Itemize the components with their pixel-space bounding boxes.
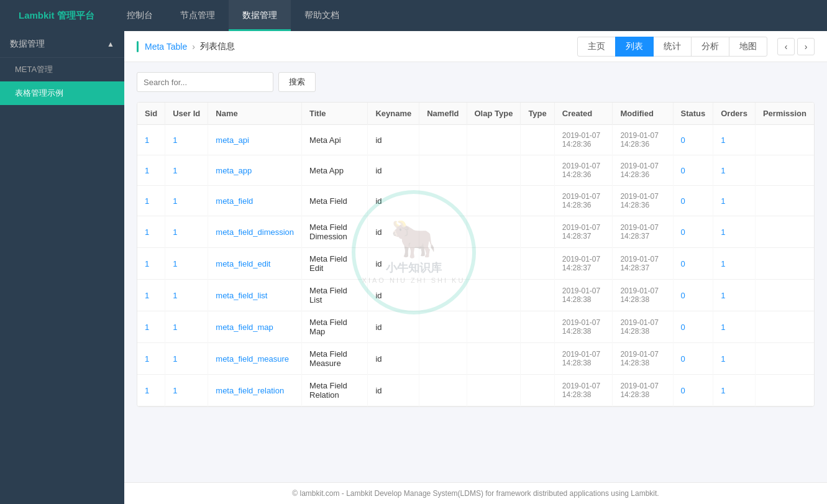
status-link[interactable]: 0 (681, 354, 685, 364)
sid-link[interactable]: 1 (145, 227, 149, 237)
table-row: 1 1 meta_field_measure Meta Field Measur… (137, 343, 814, 375)
col-header-sid: Sid (137, 103, 165, 125)
status-link[interactable]: 0 (681, 196, 685, 206)
userid-link[interactable]: 1 (173, 135, 177, 145)
cell-orders: 1 (713, 186, 756, 216)
cell-permission (755, 186, 814, 216)
tab-map[interactable]: 地图 (729, 37, 767, 57)
name-link[interactable]: meta_field_edit (216, 259, 270, 268)
tab-home[interactable]: 主页 (577, 37, 616, 57)
cell-sid: 1 (137, 375, 165, 406)
sid-link[interactable]: 1 (145, 354, 149, 364)
sid-link[interactable]: 1 (145, 166, 149, 175)
cell-name: meta_field_measure (208, 343, 302, 375)
sid-link[interactable]: 1 (145, 196, 149, 206)
userid-link[interactable]: 1 (173, 291, 177, 300)
status-link[interactable]: 0 (681, 135, 685, 145)
next-page-button[interactable]: › (797, 38, 815, 55)
status-link[interactable]: 0 (681, 166, 685, 175)
name-link[interactable]: meta_field_relation (216, 386, 284, 395)
userid-link[interactable]: 1 (173, 227, 177, 237)
orders-link[interactable]: 1 (721, 196, 725, 206)
nav-item-data[interactable]: 数据管理 (229, 0, 291, 31)
nav-item-dashboard[interactable]: 控制台 (113, 0, 167, 31)
nav-item-nodes[interactable]: 节点管理 (167, 0, 229, 31)
status-link[interactable]: 0 (681, 323, 685, 332)
name-link[interactable]: meta_field_map (216, 323, 273, 332)
cell-olaptype (467, 216, 521, 248)
userid-link[interactable]: 1 (173, 323, 177, 332)
name-link[interactable]: meta_field_measure (216, 354, 289, 364)
cell-type (521, 186, 554, 216)
table-row: 1 1 meta_field Meta Field id 2019-01-07 … (137, 186, 814, 216)
cell-sid: 1 (137, 186, 165, 216)
cell-namefld (419, 311, 467, 343)
userid-link[interactable]: 1 (173, 386, 177, 395)
tab-analysis[interactable]: 分析 (691, 37, 729, 57)
breadcrumb-link-meta-table[interactable]: Meta Table (145, 42, 187, 52)
cell-permission (755, 248, 814, 280)
status-link[interactable]: 0 (681, 259, 685, 268)
cell-userid: 1 (165, 186, 208, 216)
status-link[interactable]: 0 (681, 386, 685, 395)
orders-link[interactable]: 1 (721, 259, 725, 268)
cell-type (521, 311, 554, 343)
userid-link[interactable]: 1 (173, 196, 177, 206)
cell-title: Meta Field Map (302, 311, 368, 343)
sidebar-item-table-example[interactable]: 表格管理示例 (0, 81, 124, 105)
orders-link[interactable]: 1 (721, 386, 725, 395)
cell-permission (755, 280, 814, 311)
footer-text: © lambkit.com - Lambkit Develop Manage S… (292, 489, 659, 498)
top-tabs: 主页 列表 统计 分析 地图 (578, 37, 767, 57)
cell-olaptype (467, 155, 521, 186)
cell-orders: 1 (713, 216, 756, 248)
cell-name: meta_field_dimession (208, 216, 302, 248)
tab-list[interactable]: 列表 (615, 37, 654, 57)
orders-link[interactable]: 1 (721, 227, 725, 237)
userid-link[interactable]: 1 (173, 166, 177, 175)
sid-link[interactable]: 1 (145, 323, 149, 332)
cell-olaptype (467, 280, 521, 311)
orders-link[interactable]: 1 (721, 291, 725, 300)
status-link[interactable]: 0 (681, 227, 685, 237)
table-row: 1 1 meta_field_dimession Meta Field Dime… (137, 216, 814, 248)
name-link[interactable]: meta_field_dimession (216, 227, 294, 237)
name-link[interactable]: meta_app (216, 166, 252, 175)
tab-stats[interactable]: 统计 (653, 37, 692, 57)
sid-link[interactable]: 1 (145, 135, 149, 145)
cell-created: 2019-01-07 14:28:38 (554, 311, 613, 343)
userid-link[interactable]: 1 (173, 354, 177, 364)
orders-link[interactable]: 1 (721, 354, 725, 364)
userid-link[interactable]: 1 (173, 259, 177, 268)
cell-keyname: id (368, 155, 419, 186)
orders-link[interactable]: 1 (721, 135, 725, 145)
table-row: 1 1 meta_api Meta Api id 2019-01-07 14:2… (137, 125, 814, 155)
cell-userid: 1 (165, 280, 208, 311)
name-link[interactable]: meta_field_list (216, 291, 267, 300)
sid-link[interactable]: 1 (145, 291, 149, 300)
sidebar-section-data[interactable]: 数据管理 ▲ (0, 31, 124, 58)
name-link[interactable]: meta_field (216, 196, 253, 206)
status-link[interactable]: 0 (681, 291, 685, 300)
search-button[interactable]: 搜索 (278, 72, 316, 92)
orders-link[interactable]: 1 (721, 166, 725, 175)
cell-olaptype (467, 248, 521, 280)
pagination-controls: ‹ › (777, 38, 815, 55)
cell-created: 2019-01-07 14:28:38 (554, 343, 613, 375)
cell-modified: 2019-01-07 14:28:36 (613, 155, 673, 186)
sidebar-item-meta[interactable]: META管理 (0, 58, 124, 81)
col-header-permission: Permission (755, 103, 814, 125)
cell-sid: 1 (137, 311, 165, 343)
sid-link[interactable]: 1 (145, 259, 149, 268)
prev-page-button[interactable]: ‹ (777, 38, 795, 55)
nav-item-help[interactable]: 帮助文档 (291, 0, 353, 31)
name-link[interactable]: meta_api (216, 135, 249, 145)
cell-type (521, 155, 554, 186)
cell-orders: 1 (713, 311, 756, 343)
sid-link[interactable]: 1 (145, 386, 149, 395)
cell-created: 2019-01-07 14:28:38 (554, 375, 613, 406)
orders-link[interactable]: 1 (721, 323, 725, 332)
cell-keyname: id (368, 280, 419, 311)
search-input[interactable] (137, 72, 273, 92)
cell-title: Meta Api (302, 125, 368, 155)
